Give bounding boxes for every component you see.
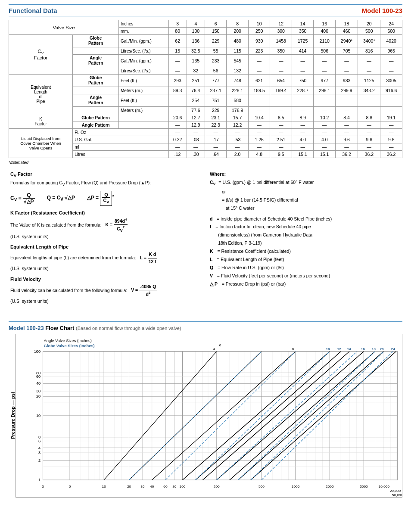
svg-text:40: 40: [36, 382, 40, 386]
header-section: Functional Data Model 100-23: [9, 4, 402, 16]
svg-text:24: 24: [391, 347, 395, 351]
svg-text:10: 10: [102, 485, 106, 489]
svg-text:2000: 2000: [326, 485, 334, 489]
cv-formula-1: CV = Q √△P: [10, 192, 35, 205]
svg-text:10: 10: [36, 414, 40, 418]
svg-text:6: 6: [219, 343, 221, 347]
k-system-units: (U.S. system units): [10, 233, 201, 240]
svg-text:20: 20: [127, 485, 131, 489]
svg-text:30: 30: [36, 389, 40, 394]
table-row: KFactor Globe Pattern 20.612.723.115.710…: [9, 114, 402, 121]
equiv-text: Equivalent lengths of pipe (L) are deter…: [10, 251, 201, 265]
model-label: Model 100-23: [362, 7, 402, 14]
fluid-text: Fluid velocity can be calculated from th…: [10, 283, 201, 298]
table-row-header-sizes: Valve Size Inches 3 4 6 8 10 12 14 16 18…: [9, 20, 402, 28]
where-item-cv2: = (l/s) @ 1 bar (14.5 PSIG) differential…: [210, 196, 401, 212]
table-row: Liquid Displaced fromCover Chamber WhenV…: [9, 129, 402, 136]
page-title: Functional Data: [9, 7, 57, 14]
where-item-dp: △ P = Pressure Drop in (psi) or (bar): [210, 280, 401, 288]
where-item-l: L = Equivalent Length of Pipe (feet): [210, 255, 401, 264]
inches-label: Inches: [119, 20, 169, 28]
svg-text:10: 10: [326, 347, 330, 351]
svg-text:16: 16: [361, 347, 365, 351]
where-item-cv: CV = U.S. (gpm.) @ 1 psi differential at…: [210, 178, 401, 188]
where-item-k: K = Resistance Coefficient (calculated): [210, 247, 401, 255]
svg-text:20: 20: [36, 395, 40, 399]
svg-text:100: 100: [180, 485, 186, 489]
where-item-f: f = friction factor for clean, new Sched…: [210, 223, 401, 247]
svg-text:80: 80: [172, 485, 177, 489]
k-factor-subsection: K Factor (Resistance Coefficient) The Va…: [10, 210, 201, 240]
angle-label-text: Angle Valve Sizes (Inches): [44, 339, 92, 343]
svg-text:200: 200: [214, 485, 220, 489]
chart-section: Model 100-23 Flow Chart (Based on normal…: [9, 321, 402, 498]
table-row: CVFactor GlobePattern Gal./Min. (gpm.) 6…: [9, 35, 402, 47]
svg-text:6: 6: [38, 439, 40, 443]
svg-text:20: 20: [380, 347, 384, 351]
chart-subtitle: (Based on normal flow through a wide ope…: [76, 326, 181, 331]
svg-text:30: 30: [140, 485, 145, 489]
svg-text:4: 4: [38, 446, 40, 450]
svg-text:3: 3: [42, 485, 44, 489]
chart-area: Angle Valve Sizes (Inches) Globe Valve S…: [16, 334, 402, 498]
svg-text:80: 80: [36, 371, 40, 375]
chart-title: Model 100-23 Flow Chart (Based on normal…: [9, 325, 402, 331]
cv-factor-intro: Formulas for computing CV Factor, Flow (…: [10, 180, 201, 187]
formula-left-panel: CV Factor Formulas for computing CV Fact…: [10, 171, 201, 309]
svg-text:8: 8: [38, 435, 40, 439]
svg-text:2: 2: [38, 459, 40, 463]
where-list: CV = U.S. (gpm.) @ 1 psi differential at…: [210, 178, 401, 288]
svg-text:4: 4: [213, 347, 215, 351]
table-row: EquivalentLengthofPipe GlobePattern Feet…: [9, 75, 402, 87]
section-divider: [9, 316, 402, 316]
where-item-v: V = Fluid Velocity (feet per second) or …: [210, 272, 401, 280]
svg-text:1: 1: [38, 478, 40, 482]
svg-text:1000: 1000: [292, 485, 300, 489]
globe-label-text: Globe Valve Sizes (Inches): [44, 344, 95, 348]
fluid-velocity-subsection: Fluid Velocity Fluid velocity can be cal…: [10, 277, 201, 305]
svg-text:20,000: 20,000: [390, 489, 401, 493]
where-item-d: d = inside pipe diameter of Schedule 40 …: [210, 215, 401, 223]
svg-text:18: 18: [372, 347, 376, 351]
flow-chart-svg: Angle Valve Sizes (Inches) Globe Valve S…: [16, 334, 402, 497]
chart-model-name: Model 100-23: [9, 325, 44, 331]
svg-text:60: 60: [36, 375, 40, 379]
cv-formulas: CV = Q √△P Q = CV √△P △P = Q CV 2: [10, 191, 201, 205]
svg-text:5000: 5000: [360, 485, 368, 489]
svg-text:10,000: 10,000: [379, 485, 390, 489]
where-item-q: Q = Flow Rate in U.S. (gpm) or (l/s): [210, 264, 401, 272]
equiv-heading: Equivalent Length of Pipe: [10, 244, 201, 249]
k-factor-text: The Value of K is calculated from the fo…: [10, 217, 201, 233]
cv-formula-2: Q = CV √△P: [47, 195, 75, 202]
where-item-or: or: [210, 188, 401, 196]
svg-text:40: 40: [150, 485, 154, 489]
estimated-note: *Estimated: [9, 160, 402, 165]
formula-section: CV Factor Formulas for computing CV Fact…: [9, 171, 402, 309]
fluid-heading: Fluid Velocity: [10, 277, 201, 282]
equiv-system: (U.S. system units): [10, 265, 201, 272]
valve-size-label: Valve Size: [9, 20, 119, 35]
fluid-system: (U.S. system units): [10, 298, 201, 305]
equiv-length-subsection: Equivalent Length of Pipe Equivalent len…: [10, 244, 201, 272]
svg-text:12: 12: [337, 347, 342, 351]
svg-text:60: 60: [163, 485, 168, 489]
svg-text:3: 3: [38, 451, 40, 455]
chart-flow-chart-label: Flow Chart: [45, 325, 76, 331]
y-axis-label: Pressure Drop — psi: [9, 334, 16, 498]
chart-container: Pressure Drop — psi: [9, 334, 402, 498]
cv-factor-heading: CV Factor: [10, 171, 201, 178]
svg-text:14: 14: [347, 347, 351, 351]
svg-text:5: 5: [69, 485, 71, 489]
cv-factor-subsection: CV Factor Formulas for computing CV Fact…: [10, 171, 201, 206]
svg-text:500: 500: [258, 485, 265, 489]
cv-formula-3: △P = Q CV 2: [87, 191, 114, 205]
k-factor-heading: K Factor (Resistance Coefficient): [10, 210, 201, 215]
svg-text:100: 100: [34, 349, 41, 354]
svg-text:8: 8: [292, 347, 294, 351]
functional-data-table: Valve Size Inches 3 4 6 8 10 12 14 16 18…: [9, 20, 402, 158]
formula-right-panel: Where: CV = U.S. (gpm.) @ 1 psi differen…: [210, 171, 401, 309]
svg-text:50,000: 50,000: [392, 493, 402, 497]
where-heading: Where:: [210, 171, 401, 177]
